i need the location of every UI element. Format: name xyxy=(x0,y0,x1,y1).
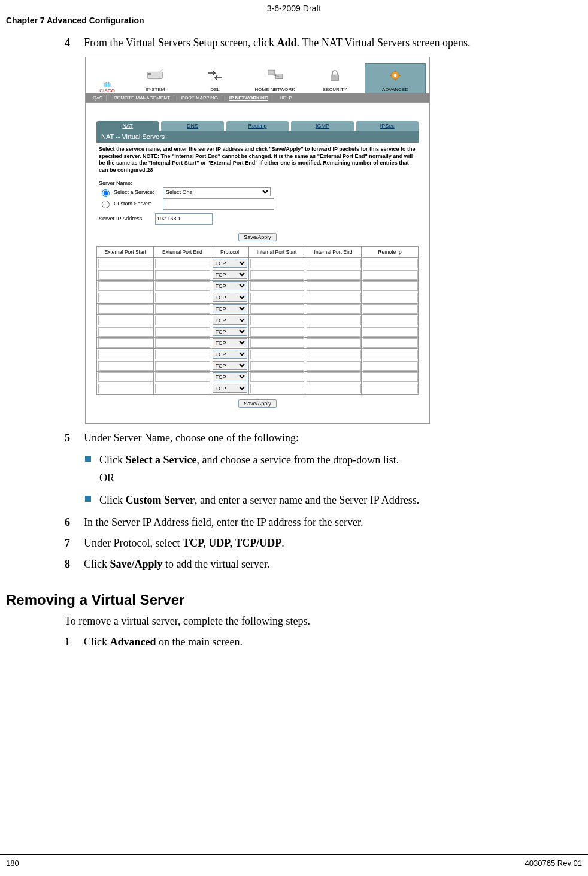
ext-port-end-input[interactable] xyxy=(155,338,210,348)
remote-ip-input[interactable] xyxy=(363,259,417,268)
remote-ip-input[interactable] xyxy=(363,361,417,371)
tab-igmp[interactable]: IGMP xyxy=(291,121,353,131)
remote-ip-input[interactable] xyxy=(363,327,417,337)
remote-ip-input[interactable] xyxy=(363,350,417,359)
save-apply-button-bottom[interactable]: Save/Apply xyxy=(238,399,277,408)
subnav-remote-mgmt[interactable]: REMOTE MANAGEMENT xyxy=(110,95,174,101)
protocol-select[interactable]: TCP xyxy=(213,293,247,302)
ext-port-end-input[interactable] xyxy=(155,281,210,291)
tab-ipsec[interactable]: IPSec xyxy=(356,121,419,131)
int-port-start-input[interactable] xyxy=(250,304,305,314)
ext-port-end-input[interactable] xyxy=(155,270,210,280)
int-port-start-input[interactable] xyxy=(250,372,305,382)
ext-port-end-input[interactable] xyxy=(155,259,210,268)
nav-system[interactable]: SYSTEM xyxy=(125,64,185,93)
ext-port-start-input[interactable] xyxy=(98,270,153,280)
tab-nat[interactable]: NAT xyxy=(96,121,159,131)
remote-ip-input[interactable] xyxy=(363,372,417,382)
th-protocol: Protocol xyxy=(211,246,248,257)
nav-dsl[interactable]: DSL xyxy=(185,64,245,93)
protocol-select[interactable]: TCP xyxy=(213,304,247,313)
text-bold: Advanced xyxy=(110,636,156,648)
ext-port-end-input[interactable] xyxy=(155,361,210,371)
ext-port-end-input[interactable] xyxy=(155,327,210,337)
int-port-end-input[interactable] xyxy=(307,327,361,337)
int-port-start-input[interactable] xyxy=(250,259,305,268)
custom-server-input[interactable] xyxy=(163,198,274,210)
remote-ip-input[interactable] xyxy=(363,270,417,280)
remote-ip-input[interactable] xyxy=(363,316,417,325)
protocol-select[interactable]: TCP xyxy=(213,384,247,393)
remote-ip-input[interactable] xyxy=(363,304,417,314)
ext-port-end-input[interactable] xyxy=(155,384,210,393)
protocol-select[interactable]: TCP xyxy=(213,338,247,347)
protocol-select[interactable]: TCP xyxy=(213,259,247,268)
int-port-end-input[interactable] xyxy=(307,259,361,268)
ext-port-end-input[interactable] xyxy=(155,316,210,325)
ext-port-start-input[interactable] xyxy=(98,361,153,371)
int-port-start-input[interactable] xyxy=(250,361,305,371)
int-port-start-input[interactable] xyxy=(250,281,305,291)
int-port-start-input[interactable] xyxy=(250,350,305,359)
int-port-end-input[interactable] xyxy=(307,372,361,382)
server-ip-input[interactable] xyxy=(155,213,213,225)
int-port-end-input[interactable] xyxy=(307,384,361,393)
ext-port-start-input[interactable] xyxy=(98,338,153,348)
protocol-select[interactable]: TCP xyxy=(213,327,247,336)
int-port-end-input[interactable] xyxy=(307,316,361,325)
remote-ip-input[interactable] xyxy=(363,384,417,393)
ext-port-end-input[interactable] xyxy=(155,372,210,382)
int-port-start-input[interactable] xyxy=(250,293,305,302)
subnav-qos[interactable]: QoS xyxy=(89,95,107,101)
int-port-end-input[interactable] xyxy=(307,361,361,371)
tab-dns[interactable]: DNS xyxy=(161,121,223,131)
protocol-select[interactable]: TCP xyxy=(213,361,247,370)
int-port-end-input[interactable] xyxy=(307,293,361,302)
nav-home-network[interactable]: HOME NETWORK xyxy=(245,64,305,93)
ext-port-end-input[interactable] xyxy=(155,350,210,359)
protocol-select[interactable]: TCP xyxy=(213,316,247,325)
ext-port-start-input[interactable] xyxy=(98,327,153,337)
int-port-end-input[interactable] xyxy=(307,338,361,348)
protocol-select[interactable]: TCP xyxy=(213,270,247,279)
text-pre: Click xyxy=(99,454,126,466)
subnav-help[interactable]: HELP xyxy=(276,95,296,101)
ext-port-start-input[interactable] xyxy=(98,316,153,325)
remote-ip-input[interactable] xyxy=(363,338,417,348)
custom-server-radio[interactable] xyxy=(102,201,110,208)
ext-port-start-input[interactable] xyxy=(98,384,153,393)
select-service-dropdown[interactable]: Select One xyxy=(163,187,271,196)
save-apply-button-top[interactable]: Save/Apply xyxy=(238,233,277,241)
int-port-end-input[interactable] xyxy=(307,304,361,314)
text-pre: Click xyxy=(84,636,110,648)
ext-port-start-input[interactable] xyxy=(98,350,153,359)
text-or: OR xyxy=(99,472,114,484)
nav-security[interactable]: SECURITY xyxy=(305,64,365,93)
int-port-start-input[interactable] xyxy=(250,338,305,348)
ext-port-start-input[interactable] xyxy=(98,259,153,268)
nav-advanced[interactable]: ADVANCED xyxy=(365,63,426,93)
int-port-start-input[interactable] xyxy=(250,327,305,337)
int-port-start-input[interactable] xyxy=(250,270,305,280)
ext-port-end-input[interactable] xyxy=(155,293,210,302)
subnav-port-mapping[interactable]: PORT MAPPING xyxy=(178,95,222,101)
ext-port-start-input[interactable] xyxy=(98,372,153,382)
protocol-select[interactable]: TCP xyxy=(213,350,247,359)
select-service-radio[interactable] xyxy=(102,189,110,197)
remote-ip-input[interactable] xyxy=(363,281,417,291)
subnav-ip-networking[interactable]: IP NETWORKING xyxy=(226,95,272,101)
int-port-end-input[interactable] xyxy=(307,350,361,359)
ext-port-start-input[interactable] xyxy=(98,281,153,291)
int-port-start-input[interactable] xyxy=(250,316,305,325)
step-7: 7 Under Protocol, select TCP, UDP, TCP/U… xyxy=(65,535,576,551)
protocol-select[interactable]: TCP xyxy=(213,372,247,381)
int-port-end-input[interactable] xyxy=(307,281,361,291)
ext-port-start-input[interactable] xyxy=(98,293,153,302)
tab-routing[interactable]: Routing xyxy=(226,121,289,131)
ext-port-start-input[interactable] xyxy=(98,304,153,314)
remote-ip-input[interactable] xyxy=(363,293,417,302)
int-port-start-input[interactable] xyxy=(250,384,305,393)
ext-port-end-input[interactable] xyxy=(155,304,210,314)
int-port-end-input[interactable] xyxy=(307,270,361,280)
protocol-select[interactable]: TCP xyxy=(213,281,247,290)
